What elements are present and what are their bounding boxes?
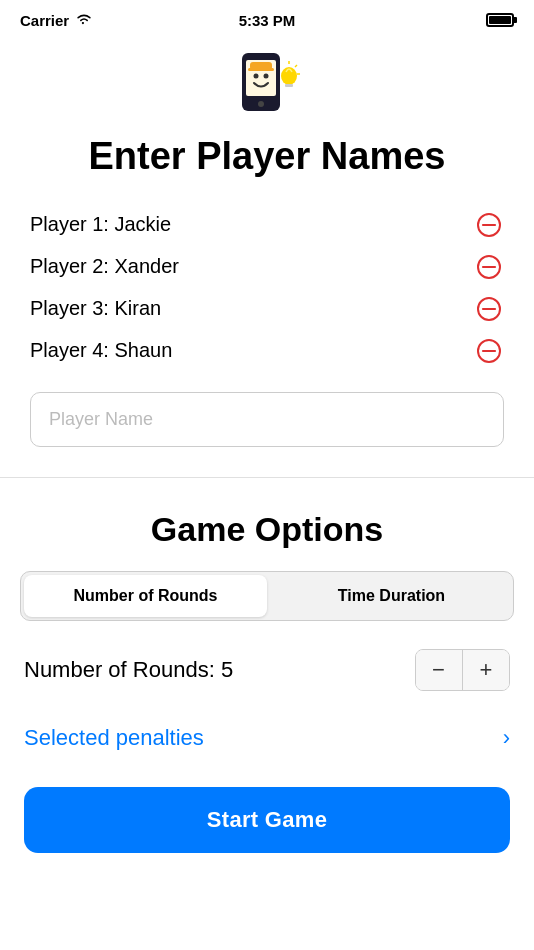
table-row: Player 1: Jackie xyxy=(30,204,504,246)
minus-circle-icon xyxy=(476,212,502,238)
rounds-stepper: − + xyxy=(415,649,511,691)
tab-time-duration[interactable]: Time Duration xyxy=(270,572,513,620)
minus-circle-icon xyxy=(476,338,502,364)
battery-icon xyxy=(486,13,514,27)
player-3-label: Player 3: Kiran xyxy=(30,297,161,320)
player-input-area xyxy=(0,372,534,467)
remove-player-2-button[interactable] xyxy=(474,252,504,282)
svg-point-2 xyxy=(254,74,259,79)
increment-rounds-button[interactable]: + xyxy=(463,650,509,690)
remove-player-1-button[interactable] xyxy=(474,210,504,240)
decrement-rounds-button[interactable]: − xyxy=(416,650,462,690)
rounds-section: Number of Rounds: 5 − + xyxy=(0,621,534,709)
penalties-label: Selected penalties xyxy=(24,725,204,751)
svg-rect-7 xyxy=(285,84,293,87)
carrier-label: Carrier xyxy=(20,12,69,29)
game-mode-tabs: Number of Rounds Time Duration xyxy=(20,571,514,621)
section-divider xyxy=(0,477,534,478)
player-4-label: Player 4: Shaun xyxy=(30,339,172,362)
remove-player-3-button[interactable] xyxy=(474,294,504,324)
selected-penalties-row[interactable]: Selected penalties › xyxy=(0,709,534,767)
table-row: Player 4: Shaun xyxy=(30,330,504,372)
game-options-title: Game Options xyxy=(0,488,534,571)
minus-circle-icon xyxy=(476,254,502,280)
wifi-icon xyxy=(75,12,93,29)
player-1-label: Player 1: Jackie xyxy=(30,213,171,236)
start-game-area: Start Game xyxy=(0,767,534,883)
carrier-info: Carrier xyxy=(20,12,93,29)
svg-rect-5 xyxy=(248,68,274,71)
table-row: Player 3: Kiran xyxy=(30,288,504,330)
minus-circle-icon xyxy=(476,296,502,322)
app-icon-area xyxy=(0,36,534,126)
page-title: Enter Player Names xyxy=(0,126,534,204)
table-row: Player 2: Xander xyxy=(30,246,504,288)
rounds-label: Number of Rounds: 5 xyxy=(24,657,233,683)
app-icon xyxy=(232,48,302,118)
svg-point-11 xyxy=(258,101,264,107)
status-bar: Carrier 5:33 PM xyxy=(0,0,534,36)
battery-area xyxy=(486,13,514,27)
time-display: 5:33 PM xyxy=(239,12,296,29)
chevron-right-icon: › xyxy=(503,725,510,751)
player-name-input[interactable] xyxy=(30,392,504,447)
battery-fill xyxy=(489,16,511,24)
start-game-button[interactable]: Start Game xyxy=(24,787,510,853)
svg-line-9 xyxy=(295,65,297,67)
tab-number-of-rounds[interactable]: Number of Rounds xyxy=(24,575,267,617)
player-list: Player 1: Jackie Player 2: Xander Player… xyxy=(0,204,534,372)
svg-point-3 xyxy=(264,74,269,79)
remove-player-4-button[interactable] xyxy=(474,336,504,366)
player-2-label: Player 2: Xander xyxy=(30,255,179,278)
